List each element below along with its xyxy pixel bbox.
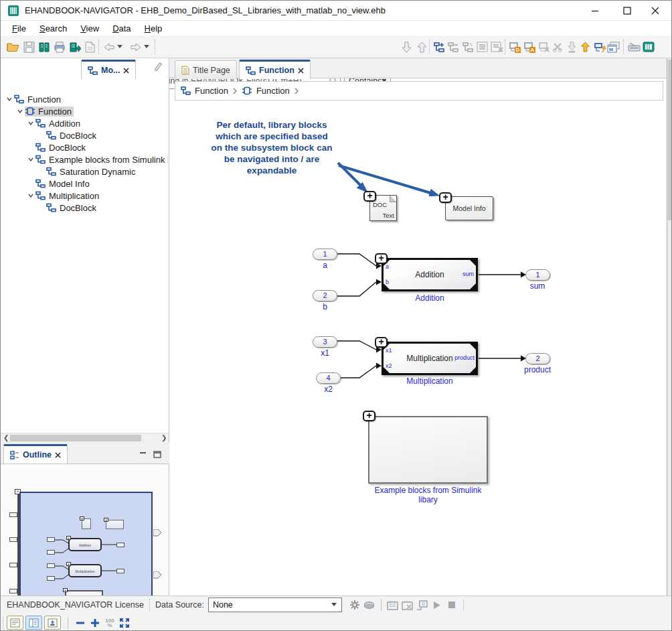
inport-oval-2[interactable]: 2	[313, 290, 337, 301]
chevron-expanded-icon[interactable]	[15, 107, 25, 116]
sync-model-tree-icon[interactable]	[461, 40, 475, 54]
navigate-back-icon[interactable]	[102, 40, 116, 54]
edit-filter-icon[interactable]	[153, 61, 163, 74]
scrollbar-thumb[interactable]	[10, 435, 141, 441]
show-list-icon[interactable]	[475, 40, 489, 54]
chevron-expanded-icon[interactable]	[26, 119, 35, 128]
export-pdf-icon[interactable]	[83, 40, 96, 54]
tree-item-docblock[interactable]: DocBlock	[1, 129, 168, 141]
export-book-icon[interactable]	[68, 40, 82, 54]
disconnect-ecu-icon[interactable]	[400, 598, 415, 612]
tab-outline[interactable]: Outline	[3, 444, 68, 464]
minimize-panel-icon[interactable]	[139, 449, 149, 457]
tree-item-saturation-dynamic[interactable]: Saturation Dynamic	[1, 165, 168, 178]
tree-item-model-info[interactable]: Model Info	[1, 178, 168, 190]
virtual-keyboard-icon[interactable]	[627, 40, 641, 54]
outline-viewport[interactable]: + + Addition + Multiplication + +	[19, 492, 153, 595]
menu-data[interactable]: Data	[106, 22, 137, 35]
minimize-button[interactable]	[584, 4, 606, 17]
scroll-right-icon[interactable]: ❯	[161, 434, 167, 441]
clear-list-icon[interactable]	[490, 40, 503, 54]
step-out-icon[interactable]	[578, 40, 592, 54]
back-history-dropdown-icon[interactable]	[116, 40, 124, 54]
view-mode-split-button[interactable]	[25, 616, 42, 630]
menu-help[interactable]: Help	[139, 22, 169, 35]
data-layer-icon[interactable]	[362, 598, 377, 612]
chevron-expanded-icon[interactable]	[5, 94, 14, 104]
tree-item-addition[interactable]: Addition	[1, 117, 168, 129]
tree-item-multiplication[interactable]: Multiplication	[1, 190, 168, 202]
maximize-panel-icon[interactable]	[153, 449, 163, 457]
zoom-reset-icon[interactable]: 100 %	[102, 616, 117, 630]
show-annotation-blocks-icon[interactable]: A	[523, 40, 536, 54]
tree-item-function-model[interactable]: Function	[1, 93, 168, 105]
canvas-vertical-scrollbar[interactable]	[667, 58, 672, 595]
previous-match-icon[interactable]	[415, 40, 428, 54]
close-icon[interactable]	[55, 452, 61, 458]
chevron-expanded-icon[interactable]	[26, 155, 35, 164]
outport-oval-1[interactable]: 1	[525, 269, 550, 281]
zoom-out-icon[interactable]	[73, 616, 88, 630]
tab-title-page[interactable]: Title Page	[175, 60, 237, 79]
tree-item-docblock[interactable]: DocBlock	[1, 202, 168, 214]
inport-oval-3[interactable]: 3	[313, 336, 337, 348]
next-match-icon[interactable]	[400, 40, 413, 54]
expand-badge-doc[interactable]: +	[363, 191, 376, 202]
menu-file[interactable]: File	[6, 22, 32, 35]
zoom-in-icon[interactable]	[88, 616, 102, 630]
example-blocks-block[interactable]	[368, 416, 488, 484]
expand-badge-example[interactable]: +	[363, 411, 375, 421]
tree-horizontal-scrollbar[interactable]: ❮ ❯	[1, 433, 169, 443]
print-icon[interactable]	[53, 40, 66, 54]
tab-model[interactable]: Mo...	[81, 60, 136, 79]
maximize-button[interactable]	[616, 4, 638, 17]
open-file-icon[interactable]	[6, 40, 19, 54]
scroll-left-icon[interactable]: ❮	[3, 434, 9, 441]
menu-view[interactable]: View	[74, 22, 105, 35]
breadcrumb-item-function[interactable]: Function	[195, 86, 228, 96]
collapse-model-tree-icon[interactable]	[446, 40, 460, 54]
fit-to-view-icon[interactable]	[117, 616, 132, 630]
ehandbook-window-icon[interactable]	[642, 40, 655, 54]
expand-badge-addition[interactable]: +	[375, 253, 388, 264]
start-measurement-icon[interactable]	[430, 598, 444, 612]
view-mode-properties-button[interactable]	[44, 616, 61, 630]
connect-ecu-icon[interactable]	[386, 598, 400, 612]
addition-subsystem-block[interactable]: Addition a b sum	[382, 258, 478, 291]
breadcrumb-item-subsystem[interactable]: Function	[256, 86, 290, 96]
stop-measurement-icon[interactable]	[444, 598, 459, 612]
outport-oval-2[interactable]: 2	[525, 353, 550, 364]
detach-view-icon[interactable]	[551, 40, 564, 54]
model-info-block[interactable]: Model Info	[445, 196, 493, 220]
forward-history-dropdown-icon[interactable]	[143, 40, 151, 54]
tree-item-docblock[interactable]: DocBlock	[1, 141, 168, 153]
view-mode-document-button[interactable]	[7, 616, 23, 630]
multiplication-subsystem-block[interactable]: Multiplication x1 x2 product	[382, 342, 478, 375]
settings-gear-icon[interactable]	[347, 598, 362, 612]
expand-badge-model-info[interactable]: +	[439, 192, 452, 203]
close-icon[interactable]	[298, 68, 304, 74]
hide-blocks-icon[interactable]	[537, 40, 551, 54]
save-icon[interactable]	[22, 40, 35, 54]
open-in-new-window-icon[interactable]	[606, 40, 620, 54]
tab-function[interactable]: Function	[239, 60, 311, 79]
tree-item-example-blocks[interactable]: Example blocks from Simulink lib	[1, 153, 168, 165]
expand-model-tree-icon[interactable]	[432, 40, 446, 54]
go-to-parent-icon[interactable]	[593, 40, 606, 54]
close-window-button[interactable]	[645, 4, 666, 17]
chevron-expanded-icon[interactable]	[26, 191, 35, 200]
open-book-icon[interactable]	[37, 40, 51, 54]
outline-miniature[interactable]: + + + Addition +	[1, 464, 169, 595]
close-icon[interactable]	[123, 68, 129, 74]
inport-oval-4[interactable]: 4	[316, 372, 341, 384]
navigate-forward-icon[interactable]	[129, 40, 142, 54]
inport-oval-1[interactable]: 1	[313, 249, 337, 260]
scrollbar-thumb[interactable]	[668, 60, 672, 220]
measurement-config-icon[interactable]	[415, 598, 430, 612]
data-source-select[interactable]: None	[208, 598, 342, 612]
expand-badge-multiplication[interactable]: +	[375, 337, 388, 348]
show-data-blocks-icon[interactable]: D	[508, 40, 521, 54]
menu-search[interactable]: Search	[33, 22, 73, 35]
tree-item-function-subsystem[interactable]: Function	[1, 105, 168, 117]
step-into-icon[interactable]	[565, 40, 578, 54]
